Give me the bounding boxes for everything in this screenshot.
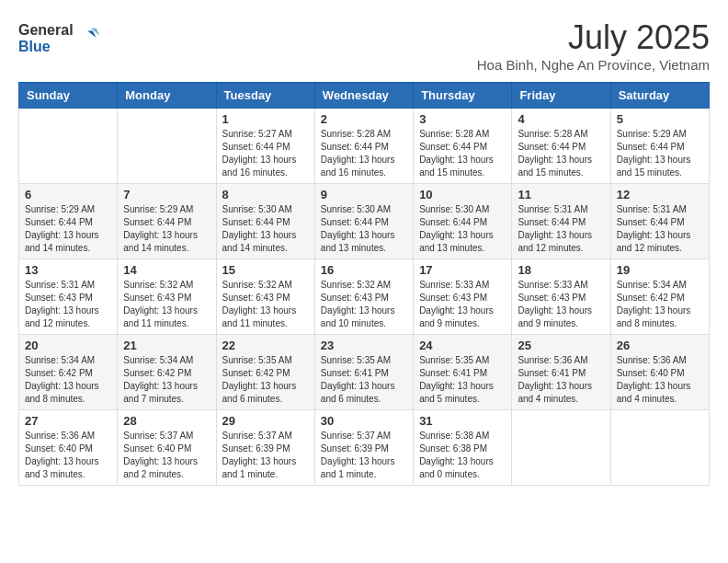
day-number: 30 xyxy=(321,414,407,428)
day-of-week-header: Tuesday xyxy=(216,83,314,109)
calendar-cell: 26Sunrise: 5:36 AMSunset: 6:40 PMDayligh… xyxy=(610,335,709,410)
logo-blue: Blue xyxy=(18,39,74,55)
day-info: Sunrise: 5:31 AMSunset: 6:43 PMDaylight:… xyxy=(25,279,111,330)
day-info: Sunrise: 5:35 AMSunset: 6:42 PMDaylight:… xyxy=(222,354,309,406)
day-of-week-header: Friday xyxy=(512,83,610,109)
calendar-cell: 13Sunrise: 5:31 AMSunset: 6:43 PMDayligh… xyxy=(19,259,118,335)
day-number: 17 xyxy=(419,263,506,277)
calendar-cell: 21Sunrise: 5:34 AMSunset: 6:42 PMDayligh… xyxy=(118,335,216,410)
day-info: Sunrise: 5:33 AMSunset: 6:43 PMDaylight:… xyxy=(518,279,604,330)
logo-container: General Blue xyxy=(18,22,103,56)
calendar-header-row: SundayMondayTuesdayWednesdayThursdayFrid… xyxy=(19,83,710,109)
day-info: Sunrise: 5:34 AMSunset: 6:42 PMDaylight:… xyxy=(25,354,111,406)
calendar-cell: 24Sunrise: 5:35 AMSunset: 6:41 PMDayligh… xyxy=(414,335,512,410)
day-info: Sunrise: 5:29 AMSunset: 6:44 PMDaylight:… xyxy=(123,203,210,255)
day-info: Sunrise: 5:36 AMSunset: 6:41 PMDaylight:… xyxy=(518,354,604,406)
day-number: 3 xyxy=(419,112,506,126)
day-info: Sunrise: 5:35 AMSunset: 6:41 PMDaylight:… xyxy=(321,354,407,406)
calendar-cell: 25Sunrise: 5:36 AMSunset: 6:41 PMDayligh… xyxy=(512,335,610,410)
calendar-cell: 20Sunrise: 5:34 AMSunset: 6:42 PMDayligh… xyxy=(19,335,118,410)
calendar-cell: 6Sunrise: 5:29 AMSunset: 6:44 PMDaylight… xyxy=(19,184,118,259)
calendar-cell: 16Sunrise: 5:32 AMSunset: 6:43 PMDayligh… xyxy=(314,259,413,335)
calendar-cell: 10Sunrise: 5:30 AMSunset: 6:44 PMDayligh… xyxy=(414,184,512,259)
day-number: 6 xyxy=(25,188,111,201)
calendar-cell: 29Sunrise: 5:37 AMSunset: 6:39 PMDayligh… xyxy=(216,410,314,486)
day-of-week-header: Saturday xyxy=(610,83,709,109)
calendar-cell: 15Sunrise: 5:32 AMSunset: 6:43 PMDayligh… xyxy=(216,259,314,335)
day-number: 25 xyxy=(518,339,604,352)
calendar-cell: 30Sunrise: 5:37 AMSunset: 6:39 PMDayligh… xyxy=(314,410,413,486)
calendar-cell: 5Sunrise: 5:29 AMSunset: 6:44 PMDaylight… xyxy=(610,109,709,184)
day-number: 7 xyxy=(123,188,210,201)
day-info: Sunrise: 5:37 AMSunset: 6:39 PMDaylight:… xyxy=(321,430,407,481)
day-number: 13 xyxy=(25,263,111,277)
calendar-week-row: 6Sunrise: 5:29 AMSunset: 6:44 PMDaylight… xyxy=(19,184,710,259)
day-info: Sunrise: 5:38 AMSunset: 6:38 PMDaylight:… xyxy=(419,430,506,481)
day-number: 28 xyxy=(123,414,210,428)
calendar-cell: 9Sunrise: 5:30 AMSunset: 6:44 PMDaylight… xyxy=(314,184,413,259)
calendar-cell xyxy=(610,410,709,486)
calendar-cell: 31Sunrise: 5:38 AMSunset: 6:38 PMDayligh… xyxy=(414,410,512,486)
calendar-cell: 27Sunrise: 5:36 AMSunset: 6:40 PMDayligh… xyxy=(19,410,118,486)
calendar-cell: 22Sunrise: 5:35 AMSunset: 6:42 PMDayligh… xyxy=(216,335,314,410)
calendar-week-row: 13Sunrise: 5:31 AMSunset: 6:43 PMDayligh… xyxy=(19,259,710,335)
day-info: Sunrise: 5:27 AMSunset: 6:44 PMDaylight:… xyxy=(222,128,309,179)
calendar: SundayMondayTuesdayWednesdayThursdayFrid… xyxy=(18,82,710,486)
day-info: Sunrise: 5:32 AMSunset: 6:43 PMDaylight:… xyxy=(321,279,407,330)
day-info: Sunrise: 5:28 AMSunset: 6:44 PMDaylight:… xyxy=(321,128,407,179)
day-of-week-header: Thursday xyxy=(414,83,512,109)
logo-text-group: General Blue xyxy=(18,22,74,56)
header: General Blue July 2025 Hoa Binh, Nghe An… xyxy=(18,18,710,73)
logo-bird-icon xyxy=(77,26,103,52)
logo-general: General xyxy=(18,22,74,39)
day-number: 29 xyxy=(222,414,309,428)
day-number: 27 xyxy=(25,414,111,428)
title-area: July 2025 Hoa Binh, Nghe An Province, Vi… xyxy=(477,18,710,73)
day-number: 10 xyxy=(419,188,506,201)
calendar-cell: 18Sunrise: 5:33 AMSunset: 6:43 PMDayligh… xyxy=(512,259,610,335)
day-info: Sunrise: 5:33 AMSunset: 6:43 PMDaylight:… xyxy=(419,279,506,330)
day-number: 2 xyxy=(321,112,407,126)
day-number: 31 xyxy=(419,414,506,428)
day-info: Sunrise: 5:35 AMSunset: 6:41 PMDaylight:… xyxy=(419,354,506,406)
day-info: Sunrise: 5:30 AMSunset: 6:44 PMDaylight:… xyxy=(222,203,309,255)
calendar-week-row: 1Sunrise: 5:27 AMSunset: 6:44 PMDaylight… xyxy=(19,109,710,184)
calendar-cell: 23Sunrise: 5:35 AMSunset: 6:41 PMDayligh… xyxy=(314,335,413,410)
day-info: Sunrise: 5:32 AMSunset: 6:43 PMDaylight:… xyxy=(123,279,210,330)
day-number: 16 xyxy=(321,263,407,277)
day-number: 1 xyxy=(222,112,309,126)
calendar-cell: 19Sunrise: 5:34 AMSunset: 6:42 PMDayligh… xyxy=(610,259,709,335)
main-title: July 2025 xyxy=(477,18,710,57)
day-info: Sunrise: 5:36 AMSunset: 6:40 PMDaylight:… xyxy=(25,430,111,481)
calendar-cell: 4Sunrise: 5:28 AMSunset: 6:44 PMDaylight… xyxy=(512,109,610,184)
calendar-cell xyxy=(19,109,118,184)
day-of-week-header: Monday xyxy=(118,83,216,109)
day-info: Sunrise: 5:29 AMSunset: 6:44 PMDaylight:… xyxy=(617,128,703,179)
day-info: Sunrise: 5:31 AMSunset: 6:44 PMDaylight:… xyxy=(617,203,703,255)
day-info: Sunrise: 5:34 AMSunset: 6:42 PMDaylight:… xyxy=(123,354,210,406)
calendar-week-row: 20Sunrise: 5:34 AMSunset: 6:42 PMDayligh… xyxy=(19,335,710,410)
day-number: 14 xyxy=(123,263,210,277)
calendar-cell: 28Sunrise: 5:37 AMSunset: 6:40 PMDayligh… xyxy=(118,410,216,486)
day-info: Sunrise: 5:31 AMSunset: 6:44 PMDaylight:… xyxy=(518,203,604,255)
calendar-cell: 12Sunrise: 5:31 AMSunset: 6:44 PMDayligh… xyxy=(610,184,709,259)
calendar-week-row: 27Sunrise: 5:36 AMSunset: 6:40 PMDayligh… xyxy=(19,410,710,486)
day-number: 8 xyxy=(222,188,309,201)
svg-marker-0 xyxy=(87,31,96,38)
day-number: 4 xyxy=(518,112,604,126)
calendar-cell: 17Sunrise: 5:33 AMSunset: 6:43 PMDayligh… xyxy=(414,259,512,335)
day-number: 24 xyxy=(419,339,506,352)
day-number: 19 xyxy=(617,263,703,277)
calendar-cell: 14Sunrise: 5:32 AMSunset: 6:43 PMDayligh… xyxy=(118,259,216,335)
subtitle: Hoa Binh, Nghe An Province, Vietnam xyxy=(477,57,710,73)
day-info: Sunrise: 5:34 AMSunset: 6:42 PMDaylight:… xyxy=(617,279,703,330)
calendar-cell xyxy=(512,410,610,486)
day-number: 15 xyxy=(222,263,309,277)
day-number: 26 xyxy=(617,339,703,352)
calendar-cell: 2Sunrise: 5:28 AMSunset: 6:44 PMDaylight… xyxy=(314,109,413,184)
day-info: Sunrise: 5:36 AMSunset: 6:40 PMDaylight:… xyxy=(617,354,703,406)
calendar-cell: 1Sunrise: 5:27 AMSunset: 6:44 PMDaylight… xyxy=(216,109,314,184)
day-number: 12 xyxy=(617,188,703,201)
day-number: 5 xyxy=(617,112,703,126)
day-info: Sunrise: 5:28 AMSunset: 6:44 PMDaylight:… xyxy=(518,128,604,179)
